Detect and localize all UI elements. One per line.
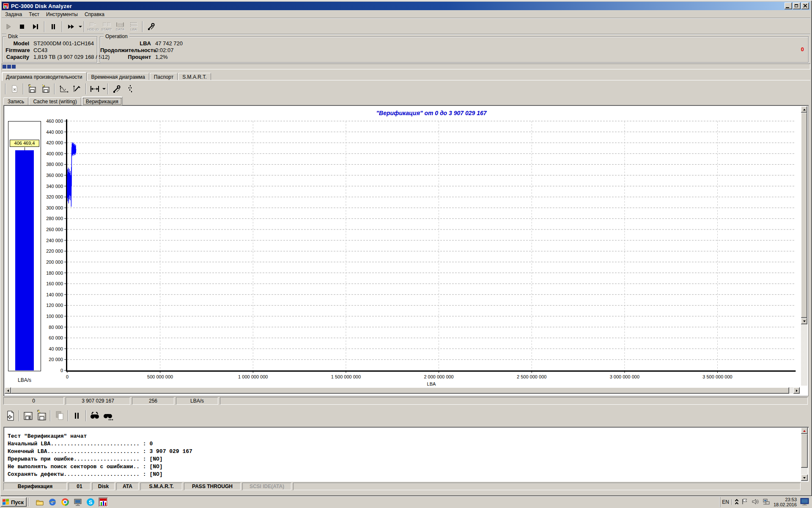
start-test-button[interactable]: START — [101, 21, 112, 33]
language-indicator[interactable]: EN — [722, 499, 732, 505]
tab-verification[interactable]: Верификация — [82, 97, 123, 105]
status-port: 01 — [69, 483, 91, 490]
hdd-id-icon — [88, 22, 98, 28]
chrome-icon[interactable] — [60, 497, 70, 507]
save-log-as-button[interactable] — [36, 410, 47, 422]
tray-chevron-icon[interactable] — [735, 500, 738, 505]
operation-percent-row: Процент 1,2% — [100, 54, 168, 60]
export-diagram-button[interactable] — [26, 83, 38, 95]
svg-text:0: 0 — [66, 374, 69, 379]
log-scroll-down-button[interactable] — [801, 475, 808, 481]
svg-text:160 000: 160 000 — [46, 281, 63, 286]
tab-cache-test[interactable]: Cache test (writing) — [29, 97, 81, 105]
import-diagram-button[interactable] — [40, 83, 52, 95]
settings-button[interactable] — [145, 21, 157, 33]
pause-button[interactable] — [47, 21, 59, 33]
network-tray-icon[interactable] — [763, 498, 770, 506]
start-button[interactable]: Пуск — [1, 497, 27, 507]
operation-group-title: Operation — [104, 33, 129, 39]
log-line: Конечный LBA............................… — [8, 448, 192, 455]
log-scroll-down-icon — [803, 477, 806, 480]
menu-task[interactable]: Задача — [2, 11, 25, 18]
horizontal-scroll-thumb[interactable] — [11, 387, 789, 394]
flag-tray-icon[interactable] — [741, 498, 748, 506]
minimize-button[interactable] — [785, 3, 792, 9]
log-scroll-up-button[interactable] — [801, 428, 808, 434]
svg-text:260 000: 260 000 — [46, 227, 63, 232]
chart-region: "Верификация" от 0 до 3 907 029 167 406 … — [3, 105, 809, 396]
clear-report-button[interactable] — [8, 83, 20, 95]
find-next-button[interactable] — [102, 410, 114, 422]
scroll-down-button[interactable] — [801, 318, 807, 324]
vertical-scrollbar[interactable] — [801, 106, 807, 386]
new-report-button[interactable] — [4, 410, 16, 422]
skype-icon[interactable]: S — [86, 497, 95, 507]
play-button[interactable] — [3, 21, 14, 33]
display-icon[interactable] — [73, 497, 82, 507]
quick-launch: e S — [35, 497, 108, 507]
show-desktop-icon[interactable] — [800, 497, 809, 507]
status-scsi-ide: SCSI IDE(ATA) — [242, 483, 291, 490]
toolbar-separator — [142, 21, 143, 32]
toolbar-separator — [85, 83, 86, 94]
log-view[interactable]: Тест "Верификация" начат Начальный LBA..… — [3, 427, 809, 482]
stop-button[interactable] — [16, 21, 28, 33]
tab-passport[interactable]: Паспорт — [150, 73, 178, 80]
clock: 23:53 18.02.2016 — [774, 497, 797, 507]
find-button[interactable] — [89, 410, 101, 422]
pc3000-taskbar-icon[interactable] — [99, 497, 108, 507]
restore-button[interactable] — [793, 3, 801, 9]
data-button[interactable]: 10100101 DATA — [114, 21, 126, 33]
fast-forward-button[interactable] — [65, 21, 77, 33]
svg-text:340 000: 340 000 — [46, 184, 63, 189]
ie-icon[interactable]: e — [48, 497, 57, 507]
hdd-id-button[interactable]: HDD ID — [87, 21, 99, 33]
desktop: PC-3000 Disk Analyzer Задача Тест Инстру… — [0, 0, 812, 508]
log-scroll-thumb[interactable] — [801, 434, 808, 468]
pause-log-icon — [72, 411, 82, 421]
menu-help[interactable]: Справка — [81, 11, 108, 18]
binoculars-icon — [89, 411, 100, 421]
pause-log-button[interactable] — [71, 410, 83, 422]
svg-text:300 000: 300 000 — [46, 205, 63, 210]
step-button[interactable] — [30, 21, 41, 33]
fast-forward-dropdown[interactable] — [79, 26, 82, 29]
tab-performance-diagram[interactable]: Диаграмма производительности — [2, 72, 87, 81]
wave-view-button[interactable] — [58, 83, 69, 95]
pause-icon — [49, 22, 58, 31]
log-line: Сохранять дефекты.......................… — [8, 471, 163, 478]
step-icon — [31, 22, 40, 31]
range-button[interactable] — [89, 83, 101, 95]
save-log-button[interactable] — [22, 410, 34, 422]
horizontal-scrollbar[interactable] — [5, 387, 800, 394]
markers-button[interactable] — [124, 83, 136, 95]
range-dropdown[interactable] — [102, 88, 106, 91]
scroll-up-icon — [803, 108, 806, 110]
tab-time-diagram[interactable]: Временная диаграмма — [87, 73, 149, 80]
model-label: Model — [5, 40, 29, 47]
log-line: Не выполнять поиск секторов с ошибками..… — [8, 464, 163, 470]
main-tabs: Диаграмма производительности Временная д… — [2, 71, 211, 80]
close-button[interactable] — [801, 3, 809, 9]
line-edit-button[interactable] — [71, 83, 83, 95]
svg-text:3 000 000 000: 3 000 000 000 — [610, 374, 639, 379]
line-chart-icon — [72, 84, 82, 94]
chart-settings-button[interactable] — [111, 83, 123, 95]
scroll-right-button[interactable] — [793, 387, 800, 394]
log-scrollbar[interactable] — [801, 428, 808, 481]
folder-icon[interactable] — [35, 497, 44, 507]
toolbar-separator — [44, 21, 45, 32]
lba-button[interactable]: LBA — [128, 21, 140, 33]
scroll-left-button[interactable] — [5, 387, 11, 394]
tab-smart[interactable]: S.M.A.R.T. — [178, 73, 211, 80]
svg-text:220 000: 220 000 — [46, 248, 63, 254]
menu-test[interactable]: Тест — [25, 11, 43, 18]
scroll-up-button[interactable] — [801, 106, 807, 113]
app-icon — [3, 3, 9, 9]
vertical-scroll-thumb[interactable] — [801, 113, 807, 318]
copy-button[interactable] — [53, 410, 65, 422]
markers-icon — [127, 84, 134, 94]
tab-write-test[interactable]: Запись — [3, 97, 28, 105]
volume-tray-icon[interactable] — [752, 498, 759, 506]
menu-tools[interactable]: Инструменты — [43, 11, 81, 18]
